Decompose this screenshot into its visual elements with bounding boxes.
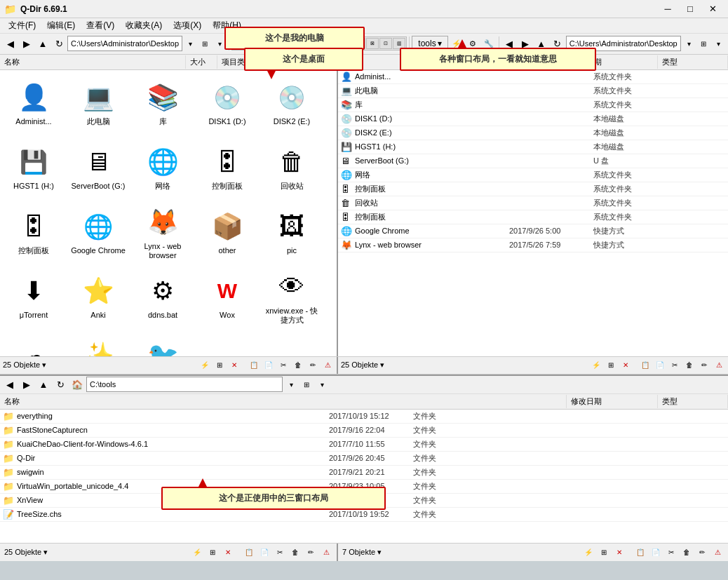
- menu-favorites[interactable]: 收藏夹(A): [120, 18, 168, 34]
- br-warning[interactable]: ⚠: [711, 546, 724, 558]
- list-item[interactable]: W Wox: [196, 267, 258, 328]
- list-item[interactable]: ⭐ Anki: [67, 267, 129, 328]
- back-button[interactable]: ◀: [3, 36, 18, 51]
- table-row[interactable]: 💻 此电脑 系统文件夹: [338, 84, 728, 98]
- right-status-flash[interactable]: ⚡: [590, 359, 602, 372]
- list-item[interactable]: 🖥 ServerBoot (G:): [67, 137, 129, 199]
- left-status-paste[interactable]: 📄: [262, 359, 275, 372]
- forward-button[interactable]: ▶: [19, 36, 34, 51]
- left-status-warning[interactable]: ⚠: [321, 359, 334, 372]
- bottom-view-drop[interactable]: ▾: [315, 377, 329, 391]
- table-row[interactable]: 💿 DISK2 (E:) 本地磁盘: [338, 126, 728, 140]
- bl-delete[interactable]: 🗑: [289, 546, 302, 558]
- left-status-delete[interactable]: 🗑: [292, 359, 304, 372]
- bl-btn2[interactable]: ⊞: [206, 546, 219, 558]
- col-size-left[interactable]: 大小: [186, 55, 217, 69]
- list-item[interactable]: 👁 xnview.exe - 快捷方式: [261, 267, 323, 328]
- list-item[interactable]: ☁ 百度网盘: [3, 331, 65, 356]
- table-row[interactable]: 📁 KuaiCheDao-Client-for-Windows-4.6.1 20…: [0, 438, 728, 452]
- view-toggle-r[interactable]: ⊞: [696, 36, 710, 50]
- right-status-btn2[interactable]: ⊞: [605, 359, 617, 372]
- table-row[interactable]: 🌐 Google Chrome 2017/9/26 5:00 快捷方式: [338, 224, 728, 238]
- right-status-close[interactable]: ✕: [619, 359, 632, 372]
- table-row[interactable]: 👤 Administ... 系统文件夹: [338, 70, 728, 84]
- left-status-move[interactable]: ✂: [277, 359, 290, 372]
- layout-11[interactable]: ⊠: [366, 38, 379, 49]
- table-row[interactable]: 📁 swigwin 2017/9/21 20:21 文件夹: [0, 466, 728, 480]
- bottom-addr-drop[interactable]: ▾: [284, 377, 298, 391]
- minimize-button[interactable]: ─: [656, 0, 679, 18]
- list-item[interactable]: 📚 库: [132, 73, 194, 135]
- right-status-delete[interactable]: 🗑: [683, 359, 696, 372]
- list-item[interactable]: 💿 DISK1 (D:): [196, 73, 258, 135]
- list-item[interactable]: 🎛 控制面板: [3, 202, 65, 264]
- bl-close[interactable]: ✕: [222, 546, 234, 558]
- table-row[interactable]: 💾 HGST1 (H:) 本地磁盘: [338, 140, 728, 154]
- table-row[interactable]: 🎛 控制面板 系统文件夹: [338, 210, 728, 224]
- list-item[interactable]: ✨ 比特精灵: [67, 331, 129, 356]
- list-item[interactable]: ⬇ μTorrent: [3, 267, 65, 328]
- address-dropdown[interactable]: ▾: [183, 36, 197, 50]
- list-item[interactable]: 📦 other: [196, 202, 258, 264]
- col-name-bottom[interactable]: 名称: [0, 395, 567, 408]
- bl-paste[interactable]: 📄: [258, 546, 271, 558]
- list-item[interactable]: 🐦 迅雷: [132, 331, 194, 356]
- br-btn2[interactable]: ⊞: [598, 546, 610, 558]
- table-row[interactable]: 📁 Q-Dir 2017/9/26 20:45 文件夹: [0, 452, 728, 466]
- br-rename[interactable]: ✏: [696, 546, 708, 558]
- menu-options[interactable]: 选项(X): [168, 18, 207, 34]
- left-status-flash[interactable]: ⚡: [198, 359, 211, 372]
- list-item[interactable]: 🗑 回收站: [261, 137, 323, 199]
- left-status-btn2[interactable]: ⊞: [213, 359, 226, 372]
- list-item[interactable]: 🖼 pic: [261, 202, 323, 264]
- table-row[interactable]: 🖥 ServerBoot (G:) U 盘: [338, 154, 728, 168]
- bottom-address-input[interactable]: [86, 377, 283, 392]
- bottom-refresh[interactable]: ↻: [53, 377, 68, 392]
- left-status-copy[interactable]: 📋: [248, 359, 260, 372]
- br-close[interactable]: ✕: [613, 546, 626, 558]
- col-type-right[interactable]: 类型: [658, 55, 728, 69]
- up-button[interactable]: ▲: [35, 36, 50, 51]
- right-status-warning[interactable]: ⚠: [713, 359, 725, 372]
- br-move[interactable]: ✂: [665, 546, 678, 558]
- view-toggle-left[interactable]: ⊞: [198, 36, 212, 50]
- bl-warning[interactable]: ⚠: [320, 546, 332, 558]
- col-type-bottom[interactable]: 类型: [658, 395, 728, 408]
- table-row[interactable]: 💿 DISK1 (D:) 本地磁盘: [338, 112, 728, 126]
- list-item[interactable]: 👤 Administ...: [3, 73, 65, 135]
- right-status-move[interactable]: ✂: [668, 359, 681, 372]
- left-status-rename[interactable]: ✏: [306, 359, 319, 372]
- br-paste[interactable]: 📄: [649, 546, 662, 558]
- bottom-back[interactable]: ◀: [2, 377, 18, 392]
- right-status-paste[interactable]: 📄: [654, 359, 666, 372]
- bottom-home[interactable]: 🏠: [69, 377, 85, 392]
- bottom-view[interactable]: ⊞: [299, 377, 314, 391]
- bottom-up[interactable]: ▲: [36, 377, 51, 392]
- list-item[interactable]: ⚙ ddns.bat: [132, 267, 194, 328]
- close-button[interactable]: ✕: [701, 0, 724, 18]
- refresh-button[interactable]: ↻: [51, 36, 67, 51]
- br-copy[interactable]: 📋: [634, 546, 647, 558]
- menu-view[interactable]: 查看(V): [81, 18, 120, 34]
- bottom-forward[interactable]: ▶: [19, 377, 34, 392]
- bl-move[interactable]: ✂: [274, 546, 286, 558]
- list-item[interactable]: 🎛 控制面板: [196, 137, 258, 199]
- table-row[interactable]: 📚 库 系统文件夹: [338, 98, 728, 112]
- list-item[interactable]: 🦊 Lynx - web browser: [132, 202, 194, 264]
- address-dropdown-r[interactable]: ▾: [682, 36, 696, 50]
- table-row[interactable]: 📁 everything 2017/10/19 15:12 文件夹: [0, 410, 728, 424]
- table-row[interactable]: 🗑 回收站 系统文件夹: [338, 196, 728, 210]
- left-address-input[interactable]: [67, 36, 182, 51]
- list-item[interactable]: 🌐 网络: [132, 137, 194, 199]
- right-status-rename[interactable]: ✏: [698, 359, 710, 372]
- br-flash[interactable]: ⚡: [582, 546, 595, 558]
- br-delete[interactable]: 🗑: [680, 546, 693, 558]
- table-row[interactable]: 🎛 控制面板 系统文件夹: [338, 182, 728, 196]
- menu-edit[interactable]: 编辑(E): [41, 18, 81, 34]
- bl-rename[interactable]: ✏: [304, 546, 317, 558]
- left-status-close[interactable]: ✕: [228, 359, 241, 372]
- table-row[interactable]: 🌐 网络 系统文件夹: [338, 168, 728, 182]
- table-row[interactable]: 📁 FastStoneCapturecn 2017/9/16 22:04 文件夹: [0, 424, 728, 438]
- list-item[interactable]: 💿 DISK2 (E:): [261, 73, 323, 135]
- list-item[interactable]: 💾 HGST1 (H:): [3, 137, 65, 199]
